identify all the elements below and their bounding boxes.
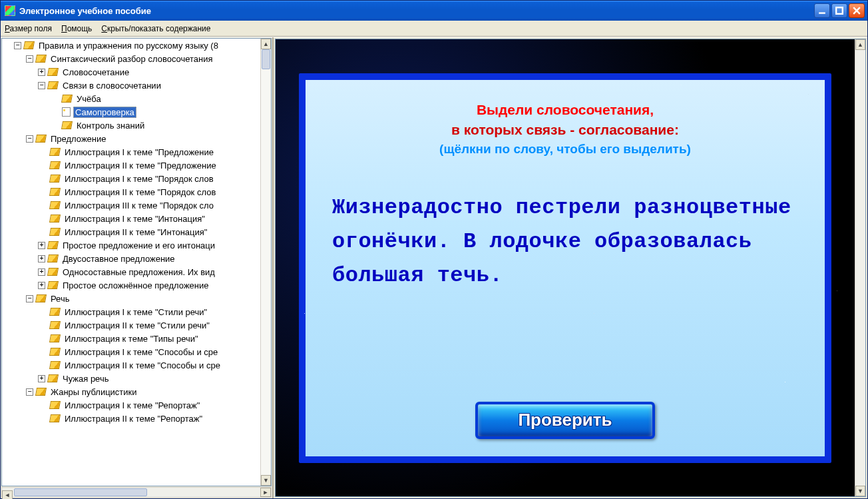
- tree-item[interactable]: Односоставные предложения. Их вид: [61, 266, 217, 278]
- tree-view[interactable]: −Правила и упражнения по русскому языку …: [1, 38, 272, 486]
- tree-item-study[interactable]: Учёба: [75, 93, 103, 105]
- tree-vscrollbar[interactable]: ▲ ▼: [260, 39, 271, 486]
- tree-item[interactable]: Иллюстрация I к теме "Предложение: [63, 147, 216, 158]
- collapse-icon[interactable]: −: [26, 295, 33, 302]
- expand-icon[interactable]: +: [38, 268, 45, 276]
- maximize-button[interactable]: [831, 3, 847, 18]
- tree-item[interactable]: Иллюстрация I к теме "Интонация": [63, 213, 207, 225]
- content-vscrollbar[interactable]: ▲ ▼: [855, 39, 865, 496]
- book-icon: [49, 175, 61, 183]
- svg-rect-1: [836, 7, 843, 14]
- book-icon: [49, 308, 61, 316]
- book-icon: [35, 55, 47, 63]
- exercise-sentence[interactable]: Жизнерадостно пестрели разноцветные огон…: [326, 191, 805, 293]
- tree-item[interactable]: Иллюстрация I к теме "Репортаж": [63, 400, 202, 411]
- tree-item[interactable]: Иллюстрация III к теме "Порядок сло: [63, 200, 216, 211]
- tree-item[interactable]: Иллюстрация II к теме "Порядок слов: [63, 187, 218, 198]
- scroll-down-icon[interactable]: ▼: [855, 486, 865, 496]
- instruction-line-2: в которых связь - согласование:: [439, 120, 691, 140]
- menu-fieldsize[interactable]: РРазмер поляазмер поля: [5, 24, 52, 33]
- tree-hscrollbar[interactable]: ◄ ►: [1, 487, 272, 498]
- exercise-card: Выдели словосочетания, в которых связь -…: [299, 73, 831, 463]
- tree-item[interactable]: Простое предложение и его интонаци: [61, 240, 217, 251]
- book-icon: [49, 148, 61, 156]
- tree-item[interactable]: Чужая речь: [61, 373, 110, 384]
- tree-item-genres[interactable]: Жанры публицистики: [49, 386, 139, 398]
- book-icon: [49, 334, 61, 342]
- tree-item[interactable]: Иллюстрация II к теме "Стили речи": [63, 320, 212, 331]
- book-icon: [49, 401, 61, 409]
- tree-item[interactable]: Иллюстрация I к теме "Способы и сре: [63, 346, 220, 358]
- expand-icon[interactable]: +: [38, 69, 45, 76]
- book-icon: [35, 388, 47, 396]
- book-icon: [47, 68, 59, 76]
- svg-rect-0: [819, 12, 825, 13]
- minimize-button[interactable]: [814, 3, 830, 18]
- scroll-right-icon[interactable]: ►: [260, 488, 271, 497]
- tree-item-syntax[interactable]: Синтаксический разбор словосочетания: [49, 53, 215, 65]
- scroll-thumb[interactable]: [14, 488, 147, 496]
- tree-panel: −Правила и упражнения по русскому языку …: [1, 37, 274, 498]
- menu-toggle-toc[interactable]: Скрыть/показать содержание: [101, 24, 210, 33]
- tree-item[interactable]: Иллюстрация I к теме "Порядок слов: [63, 173, 216, 185]
- close-icon: [853, 7, 861, 15]
- expand-icon[interactable]: +: [38, 282, 45, 289]
- book-icon: [35, 294, 47, 302]
- close-button[interactable]: [849, 3, 865, 18]
- book-icon: [47, 81, 59, 89]
- collapse-icon[interactable]: −: [38, 82, 45, 89]
- tree-item[interactable]: Простое осложнённое предложение: [61, 280, 210, 291]
- window-title: Электронное учебное пособие: [19, 6, 814, 16]
- collapse-icon[interactable]: −: [14, 42, 21, 49]
- scroll-left-icon[interactable]: ◄: [2, 490, 13, 499]
- book-icon: [47, 281, 59, 289]
- app-window: Электронное учебное пособие РРазмер поля…: [0, 0, 868, 499]
- tree-item[interactable]: Иллюстрация к теме "Типы речи": [63, 333, 200, 344]
- book-icon: [49, 414, 61, 422]
- book-icon: [61, 121, 73, 129]
- tree-item[interactable]: Иллюстрация II к теме "Предложение: [63, 160, 218, 171]
- exercise-stage: Выдели словосочетания, в которых связь -…: [276, 39, 855, 496]
- book-icon: [49, 361, 61, 369]
- expand-icon[interactable]: +: [38, 255, 45, 262]
- expand-icon[interactable]: +: [38, 375, 45, 382]
- collapse-icon[interactable]: −: [26, 135, 33, 143]
- maximize-icon: [835, 7, 843, 15]
- book-icon: [49, 228, 61, 236]
- expand-icon[interactable]: +: [38, 242, 45, 249]
- book-icon: [47, 254, 59, 262]
- instruction-hint: (щёлкни по слову, чтобы его выделить): [439, 140, 691, 159]
- book-icon: [35, 135, 47, 143]
- tree-item-selfcheck[interactable]: Самопроверка: [73, 107, 136, 118]
- tree-item-links[interactable]: Связи в словосочетании: [61, 80, 163, 91]
- check-button[interactable]: Проверить: [475, 402, 655, 439]
- tree-item[interactable]: Двусоставное предложение: [61, 253, 177, 264]
- book-icon: [49, 348, 61, 356]
- scroll-down-icon[interactable]: ▼: [261, 475, 271, 486]
- menu-help[interactable]: Помощь: [61, 24, 92, 33]
- minimize-icon: [818, 7, 826, 15]
- tree-item-speech[interactable]: Речь: [49, 293, 71, 304]
- book-icon: [47, 268, 59, 276]
- scroll-up-icon[interactable]: ▲: [261, 39, 271, 49]
- tree-root[interactable]: Правила и упражнения по русскому языку (…: [37, 40, 220, 51]
- tree-item-test[interactable]: Контроль знаний: [75, 120, 146, 131]
- tree-item[interactable]: Иллюстрация II к теме "Способы и сре: [63, 360, 222, 371]
- book-icon: [47, 374, 59, 382]
- tree-item-phrase[interactable]: Словосочетание: [61, 67, 131, 78]
- tree-item[interactable]: Иллюстрация II к теме "Интонация": [63, 227, 209, 238]
- window-buttons: [814, 3, 865, 18]
- menubar: РРазмер поляазмер поля Помощь Скрыть/пок…: [1, 21, 867, 37]
- content-panel: Выдели словосочетания, в которых связь -…: [274, 37, 867, 498]
- book-icon: [23, 41, 35, 49]
- tree-item[interactable]: Иллюстрация II к теме "Репортаж": [63, 413, 204, 424]
- scroll-thumb[interactable]: [262, 49, 270, 69]
- tree-item[interactable]: Иллюстрация I к теме "Стили речи": [63, 306, 209, 318]
- book-icon: [49, 321, 61, 329]
- tree-item-sentence[interactable]: Предложение: [49, 133, 108, 145]
- book-icon: [49, 201, 61, 209]
- book-icon: [49, 161, 61, 169]
- collapse-icon[interactable]: −: [26, 55, 33, 63]
- collapse-icon[interactable]: −: [26, 388, 33, 396]
- scroll-up-icon[interactable]: ▲: [855, 39, 865, 50]
